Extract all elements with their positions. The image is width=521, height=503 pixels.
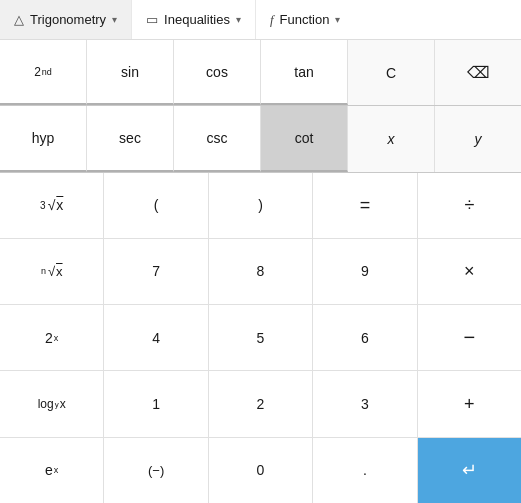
cos-button[interactable]: cos bbox=[174, 40, 261, 105]
row-5: 2x 4 5 6 − bbox=[0, 305, 521, 371]
divide-button[interactable]: ÷ bbox=[418, 173, 521, 238]
button-grid: 2nd sin cos tan C ⌫ hyp sec bbox=[0, 40, 521, 503]
calculator: △ Trigonometry ▾ ▭ Inequalities ▾ f Func… bbox=[0, 0, 521, 503]
function-label: Function bbox=[280, 12, 330, 27]
tan-button[interactable]: tan bbox=[261, 40, 348, 105]
seven-button[interactable]: 7 bbox=[104, 239, 208, 304]
row-3: 3√x ( ) = ÷ bbox=[0, 173, 521, 239]
inequalities-label: Inequalities bbox=[164, 12, 230, 27]
row-6: logyx 1 2 3 + bbox=[0, 371, 521, 437]
exp-button[interactable]: ex bbox=[0, 438, 104, 503]
row-7: ex (−) 0 . ↵ bbox=[0, 438, 521, 503]
add-button[interactable]: + bbox=[418, 371, 521, 436]
equals-button[interactable]: = bbox=[313, 173, 417, 238]
nth-root-button[interactable]: n√x bbox=[0, 239, 104, 304]
cot-button[interactable]: cot bbox=[261, 106, 348, 171]
negate-button[interactable]: (−) bbox=[104, 438, 208, 503]
one-button[interactable]: 1 bbox=[104, 371, 208, 436]
power-button[interactable]: 2x bbox=[0, 305, 104, 370]
func-chevron: ▾ bbox=[335, 14, 340, 25]
subtract-button[interactable]: − bbox=[418, 305, 521, 370]
sec-button[interactable]: sec bbox=[87, 106, 174, 171]
x-button[interactable]: x bbox=[348, 106, 435, 171]
sin-button[interactable]: sin bbox=[87, 40, 174, 105]
five-button[interactable]: 5 bbox=[209, 305, 313, 370]
close-paren-button[interactable]: ) bbox=[209, 173, 313, 238]
log-button[interactable]: logyx bbox=[0, 371, 104, 436]
decimal-button[interactable]: . bbox=[313, 438, 417, 503]
y-button[interactable]: y bbox=[435, 106, 521, 171]
ineq-icon: ▭ bbox=[146, 12, 158, 27]
six-button[interactable]: 6 bbox=[313, 305, 417, 370]
hyp-button[interactable]: hyp bbox=[0, 106, 87, 171]
backspace-button[interactable]: ⌫ bbox=[435, 40, 521, 105]
row-4: n√x 7 8 9 × bbox=[0, 239, 521, 305]
row-2: hyp sec csc cot x y bbox=[0, 106, 521, 172]
trigonometry-menu[interactable]: △ Trigonometry ▾ bbox=[0, 0, 132, 39]
second-button[interactable]: 2nd bbox=[0, 40, 87, 105]
trigonometry-label: Trigonometry bbox=[30, 12, 106, 27]
row-1: 2nd sin cos tan C ⌫ bbox=[0, 40, 521, 106]
func-icon: f bbox=[270, 12, 274, 28]
inequalities-menu[interactable]: ▭ Inequalities ▾ bbox=[132, 0, 256, 39]
enter-button[interactable]: ↵ bbox=[418, 438, 521, 503]
function-menu[interactable]: f Function ▾ bbox=[256, 0, 355, 39]
clear-button[interactable]: C bbox=[348, 40, 435, 105]
csc-button[interactable]: csc bbox=[174, 106, 261, 171]
two-button[interactable]: 2 bbox=[209, 371, 313, 436]
eight-button[interactable]: 8 bbox=[209, 239, 313, 304]
four-button[interactable]: 4 bbox=[104, 305, 208, 370]
cube-root-button[interactable]: 3√x bbox=[0, 173, 104, 238]
nine-button[interactable]: 9 bbox=[313, 239, 417, 304]
ineq-chevron: ▾ bbox=[236, 14, 241, 25]
trig-icon: △ bbox=[14, 12, 24, 27]
menu-bar: △ Trigonometry ▾ ▭ Inequalities ▾ f Func… bbox=[0, 0, 521, 40]
multiply-button[interactable]: × bbox=[418, 239, 521, 304]
trig-chevron: ▾ bbox=[112, 14, 117, 25]
open-paren-button[interactable]: ( bbox=[104, 173, 208, 238]
three-button[interactable]: 3 bbox=[313, 371, 417, 436]
zero-button[interactable]: 0 bbox=[209, 438, 313, 503]
